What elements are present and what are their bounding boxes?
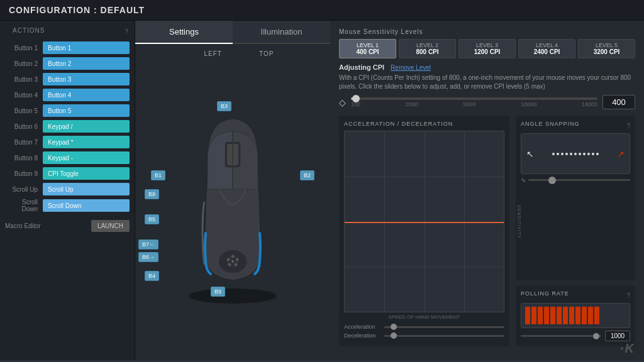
header-title: CONFIGURATION : DEFAULT (9, 5, 145, 15)
deceleration-thumb[interactable] (391, 332, 397, 339)
left-panel: ACTIONS ? Button 1 Button 1 Button 2 But… (0, 21, 135, 360)
cpi-level-2[interactable]: LEVEL 2 800 CPI (399, 39, 456, 58)
mouse-svg-wrapper: B1 B2 B3 B4 B5 B8 B7← B6→ B9 (170, 107, 296, 310)
accel-sliders: Acceleration Deceleration (344, 324, 504, 341)
remove-level-link[interactable]: Remove Level (391, 64, 431, 71)
angle-dot-1 (552, 153, 555, 155)
button2-action[interactable]: Button 2 (43, 57, 130, 70)
cpi-value-display[interactable]: 400 (602, 95, 635, 109)
button2-label: Button 2 (5, 60, 43, 67)
deceleration-slider[interactable] (384, 335, 504, 337)
tab-illumination[interactable]: Illumination (233, 21, 330, 43)
button5-action[interactable]: Button 5 (43, 104, 130, 117)
button8-action[interactable]: Keypad - (43, 151, 130, 164)
cpi-description: With a CPI (Counts Per Inch) setting of … (339, 74, 635, 91)
angle-dot-6 (574, 153, 577, 155)
cpi-slider-labels: 100 2000 5000 10000 18000 (351, 101, 597, 107)
sensitivity-y-label: SENSITIVITY (518, 205, 522, 239)
cpi-level-4[interactable]: LEVEL 4 2400 CPI (518, 39, 575, 58)
action-row-3: Button 3 Button 3 (0, 72, 135, 87)
polling-value-display[interactable]: 1000 (605, 331, 630, 341)
cpi-level-5[interactable]: LEVEL 5 3200 CPI (578, 39, 635, 58)
svg-point-7 (235, 263, 238, 266)
cpi-level5-num: LEVEL 5 (582, 42, 631, 48)
svg-point-6 (236, 258, 239, 261)
button9-action[interactable]: CPI Toggle (43, 167, 130, 180)
mouse-btn-b1[interactable]: B1 (151, 170, 165, 180)
scrollup-action[interactable]: Scroll Up (43, 183, 130, 195)
view-labels: LEFT TOP (135, 50, 330, 57)
bottom-row: ACCELERATION / DECELERATION SENSITIVITY (339, 116, 635, 346)
accel-section: ACCELERATION / DECELERATION SENSITIVITY (339, 116, 509, 346)
diamond-icon: ◇ (339, 97, 346, 107)
mouse-btn-b3[interactable]: B3 (217, 101, 231, 111)
mouse-btn-b2[interactable]: B2 (300, 170, 314, 180)
angle-dot-10 (592, 153, 594, 155)
polling-slider[interactable] (521, 335, 601, 337)
accel-graph-wrap: SENSITIVITY (344, 131, 504, 312)
svg-point-10 (231, 260, 234, 263)
accel-graph: SENSITIVITY (344, 131, 504, 312)
angle-title: ANGLE SNAPPING (521, 121, 580, 127)
mouse-body-svg (170, 107, 296, 309)
button7-action[interactable]: Keypad * (43, 136, 130, 148)
polling-section: POLLING RATE ? (516, 285, 635, 346)
action-row-7: Button 7 Keypad * (0, 134, 135, 150)
angle-slider[interactable] (528, 179, 630, 181)
cpi-level-1[interactable]: LEVEL 1 400 CPI (339, 39, 396, 58)
cpi-levels: LEVEL 1 400 CPI LEVEL 2 800 CPI LEVEL 3 … (339, 39, 635, 58)
cpi-level4-val: 2400 CPI (523, 48, 571, 55)
button6-action[interactable]: Keypad / (43, 120, 130, 133)
acceleration-thumb[interactable] (391, 324, 397, 330)
button1-label: Button 1 (5, 45, 43, 52)
angle-help-icon[interactable]: ? (626, 123, 630, 129)
angle-dot-8 (583, 153, 586, 155)
action-row-4: Button 4 Button 4 (0, 87, 135, 102)
mouse-btn-b6[interactable]: B6→ (138, 252, 158, 262)
cpi-slider-track[interactable] (351, 97, 597, 100)
button3-label: Button 3 (5, 76, 43, 83)
action-row-8: Button 8 Keypad - (0, 150, 135, 165)
macro-editor-label: Macro Editor (5, 222, 91, 229)
angle-dot-4 (565, 153, 568, 155)
cpi-slider-thumb[interactable] (352, 95, 360, 102)
polling-thumb[interactable] (593, 333, 599, 339)
right-panel: Mouse Sensitivity Levels LEVEL 1 400 CPI… (330, 21, 644, 360)
angle-dot-7 (579, 153, 581, 155)
button3-action[interactable]: Button 3 (43, 73, 130, 85)
app-header: CONFIGURATION : DEFAULT (0, 0, 644, 21)
poll-bar-10 (582, 307, 587, 324)
mouse-btn-b9[interactable]: B9 (211, 287, 225, 297)
angle-thumb[interactable] (548, 177, 556, 184)
angle-header: ANGLE SNAPPING ? (521, 121, 630, 131)
mid-panel: Settings Illumination LEFT TOP (135, 21, 330, 360)
cpi-level4-num: LEVEL 4 (523, 42, 571, 48)
adjusting-title: Adjusting CPI (339, 63, 384, 71)
actions-help-icon[interactable]: ? (125, 28, 128, 35)
launch-button[interactable]: LAUNCH (91, 220, 130, 232)
cpi-slider-row: ◇ 100 2000 5000 10000 18000 400 (339, 95, 635, 109)
action-row-scrolldown: Scroll Down Scroll Down (0, 197, 135, 214)
mouse-btn-b8[interactable]: B8 (145, 189, 159, 199)
acceleration-slider[interactable] (384, 326, 504, 328)
accel-line (345, 222, 504, 223)
scrolldown-label: Scroll Down (5, 199, 43, 212)
button4-action[interactable]: Button 4 (43, 89, 130, 101)
cpi-mark-10000: 10000 (521, 101, 536, 107)
svg-point-5 (231, 255, 235, 258)
mouse-btn-b4[interactable]: B4 (145, 271, 159, 281)
mouse-btn-b7[interactable]: B7← (138, 239, 158, 250)
cpi-level5-val: 3200 CPI (582, 48, 631, 55)
button7-label: Button 7 (5, 139, 43, 146)
cpi-level1-val: 400 CPI (343, 48, 392, 55)
button1-action[interactable]: Button 1 (43, 41, 130, 54)
action-row-scrollup: Scroll Up Scroll Up (0, 182, 135, 197)
angle-section: ANGLE SNAPPING ? ↖ (516, 116, 635, 280)
cpi-level-3[interactable]: LEVEL 3 1200 CPI (458, 39, 516, 58)
polling-help-icon[interactable]: ? (626, 292, 630, 299)
mouse-btn-b5[interactable]: B5 (145, 214, 159, 224)
tab-settings[interactable]: Settings (135, 21, 233, 44)
scrolldown-action[interactable]: Scroll Down (43, 199, 130, 212)
angle-display: ↖ (521, 133, 630, 174)
angle-cursor-right-icon: ↗ (617, 149, 625, 159)
